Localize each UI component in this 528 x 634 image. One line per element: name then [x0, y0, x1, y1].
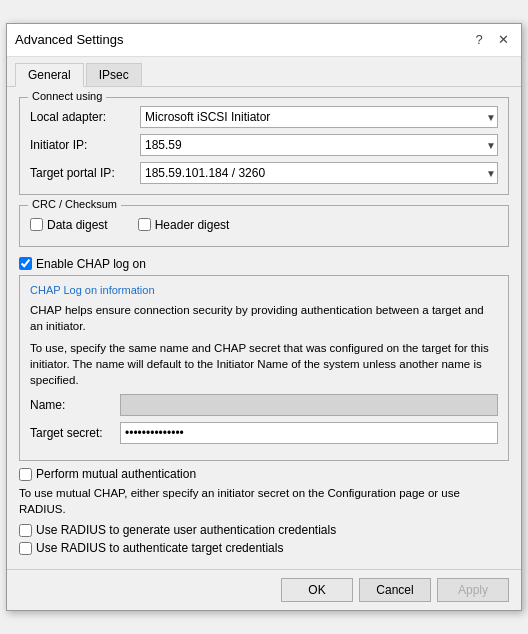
connect-using-group: Connect using Local adapter: Microsoft i…: [19, 97, 509, 195]
radius1-row: Use RADIUS to generate user authenticati…: [19, 523, 509, 537]
advanced-settings-dialog: Advanced Settings ? ✕ General IPsec Conn…: [6, 23, 522, 612]
chap-description1: CHAP helps ensure connection security by…: [30, 302, 498, 334]
enable-chap-label: Enable CHAP log on: [36, 257, 146, 271]
chap-secret-row: Target secret:: [30, 422, 498, 444]
chap-name-row: Name:: [30, 394, 498, 416]
perform-mutual-label: Perform mutual authentication: [36, 467, 196, 481]
target-portal-ip-control: 185.59.101.184 / 3260 ▼: [140, 162, 498, 184]
target-portal-ip-dropdown[interactable]: 185.59.101.184 / 3260: [140, 162, 498, 184]
radius2-checkbox[interactable]: [19, 542, 32, 555]
local-adapter-row: Local adapter: Microsoft iSCSI Initiator…: [30, 106, 498, 128]
ok-button[interactable]: OK: [281, 578, 353, 602]
mutual-description: To use mutual CHAP, either specify an in…: [19, 485, 509, 517]
apply-button[interactable]: Apply: [437, 578, 509, 602]
header-digest-label: Header digest: [155, 218, 230, 232]
chap-logon-label: CHAP Log on information: [30, 284, 498, 296]
crc-group-label: CRC / Checksum: [28, 198, 121, 210]
crc-options-row: Data digest Header digest: [30, 218, 498, 236]
radius2-label: Use RADIUS to authenticate target creden…: [36, 541, 283, 555]
tab-ipsec[interactable]: IPsec: [86, 63, 142, 86]
radius2-row: Use RADIUS to authenticate target creden…: [19, 541, 509, 555]
data-digest-row: Data digest: [30, 218, 108, 232]
dialog-title: Advanced Settings: [15, 32, 123, 47]
initiator-ip-control: 185.59 ▼: [140, 134, 498, 156]
button-bar: OK Cancel Apply: [7, 569, 521, 610]
title-bar: Advanced Settings ? ✕: [7, 24, 521, 57]
tab-content-general: Connect using Local adapter: Microsoft i…: [7, 87, 521, 570]
enable-chap-checkbox[interactable]: [19, 257, 32, 270]
data-digest-label: Data digest: [47, 218, 108, 232]
chap-description2: To use, specify the same name and CHAP s…: [30, 340, 498, 388]
header-digest-row: Header digest: [138, 218, 230, 232]
local-adapter-label: Local adapter:: [30, 110, 140, 124]
close-button[interactable]: ✕: [493, 30, 513, 50]
connect-using-label: Connect using: [28, 90, 106, 102]
tab-bar: General IPsec: [7, 57, 521, 87]
chap-name-input[interactable]: [120, 394, 498, 416]
perform-mutual-row: Perform mutual authentication: [19, 467, 509, 481]
initiator-ip-dropdown[interactable]: 185.59: [140, 134, 498, 156]
target-portal-ip-label: Target portal IP:: [30, 166, 140, 180]
radius1-checkbox[interactable]: [19, 524, 32, 537]
chap-secret-input[interactable]: [120, 422, 498, 444]
local-adapter-dropdown[interactable]: Microsoft iSCSI Initiator: [140, 106, 498, 128]
header-digest-checkbox[interactable]: [138, 218, 151, 231]
chap-logon-group: CHAP Log on information CHAP helps ensur…: [19, 275, 509, 461]
initiator-ip-row: Initiator IP: 185.59 ▼: [30, 134, 498, 156]
chap-name-label: Name:: [30, 398, 120, 412]
chap-secret-label: Target secret:: [30, 426, 120, 440]
help-button[interactable]: ?: [469, 30, 489, 50]
enable-chap-row: Enable CHAP log on: [19, 257, 509, 271]
tab-general[interactable]: General: [15, 63, 84, 87]
mutual-auth-section: Perform mutual authentication To use mut…: [19, 467, 509, 555]
cancel-button[interactable]: Cancel: [359, 578, 431, 602]
radius1-label: Use RADIUS to generate user authenticati…: [36, 523, 336, 537]
local-adapter-control: Microsoft iSCSI Initiator ▼: [140, 106, 498, 128]
perform-mutual-checkbox[interactable]: [19, 468, 32, 481]
crc-group: CRC / Checksum Data digest Header digest: [19, 205, 509, 247]
data-digest-checkbox[interactable]: [30, 218, 43, 231]
target-portal-ip-row: Target portal IP: 185.59.101.184 / 3260 …: [30, 162, 498, 184]
title-bar-controls: ? ✕: [469, 30, 513, 50]
chap-section: Enable CHAP log on CHAP Log on informati…: [19, 257, 509, 461]
initiator-ip-label: Initiator IP:: [30, 138, 140, 152]
